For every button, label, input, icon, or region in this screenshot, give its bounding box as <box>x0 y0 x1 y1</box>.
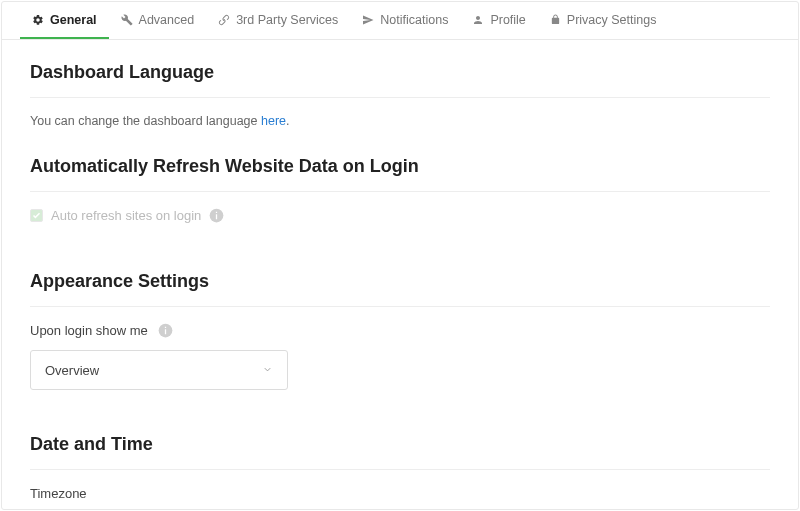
divider <box>30 191 770 192</box>
svg-rect-5 <box>165 327 166 328</box>
divider <box>30 97 770 98</box>
info-icon[interactable] <box>209 208 224 223</box>
chevron-down-icon <box>262 363 273 378</box>
tab-label: Advanced <box>139 13 195 27</box>
auto-refresh-label: Auto refresh sites on login <box>51 208 201 223</box>
tab-advanced[interactable]: Advanced <box>109 2 207 39</box>
tab-general[interactable]: General <box>20 2 109 39</box>
tab-notifications[interactable]: Notifications <box>350 2 460 39</box>
content-panel: Dashboard Language You can change the da… <box>2 40 798 501</box>
language-text-prefix: You can change the dashboard language <box>30 114 261 128</box>
auto-refresh-row: Auto refresh sites on login <box>30 208 770 223</box>
lock-icon <box>550 14 561 25</box>
appearance-field-label: Upon login show me <box>30 323 770 338</box>
language-text-suffix: . <box>286 114 289 128</box>
auto-refresh-checkbox[interactable] <box>30 209 43 222</box>
divider <box>30 306 770 307</box>
select-value: Overview <box>45 363 99 378</box>
section-title-autorefresh: Automatically Refresh Website Data on Lo… <box>30 156 770 177</box>
svg-rect-2 <box>216 212 217 213</box>
timezone-field-label: Timezone <box>30 486 770 501</box>
gear-icon <box>32 14 44 26</box>
tab-services[interactable]: 3rd Party Services <box>206 2 350 39</box>
settings-page: General Advanced 3rd Party Services Noti… <box>1 1 799 510</box>
tab-label: Privacy Settings <box>567 13 657 27</box>
tab-label: Profile <box>490 13 525 27</box>
user-icon <box>472 14 484 26</box>
divider <box>30 469 770 470</box>
section-title-datetime: Date and Time <box>30 434 770 455</box>
tab-privacy[interactable]: Privacy Settings <box>538 2 669 39</box>
info-icon[interactable] <box>158 323 173 338</box>
tabs-bar: General Advanced 3rd Party Services Noti… <box>2 2 798 40</box>
link-icon <box>218 14 230 26</box>
field-label-text: Timezone <box>30 486 87 501</box>
section-title-appearance: Appearance Settings <box>30 271 770 292</box>
language-text: You can change the dashboard language he… <box>30 114 770 128</box>
paper-plane-icon <box>362 14 374 26</box>
tab-label: General <box>50 13 97 27</box>
tab-profile[interactable]: Profile <box>460 2 537 39</box>
section-title-language: Dashboard Language <box>30 62 770 83</box>
tab-label: 3rd Party Services <box>236 13 338 27</box>
wrench-icon <box>121 14 133 26</box>
login-view-select[interactable]: Overview <box>30 350 288 390</box>
svg-rect-4 <box>165 329 166 334</box>
svg-rect-1 <box>216 214 217 219</box>
language-link[interactable]: here <box>261 114 286 128</box>
field-label-text: Upon login show me <box>30 323 148 338</box>
tab-label: Notifications <box>380 13 448 27</box>
